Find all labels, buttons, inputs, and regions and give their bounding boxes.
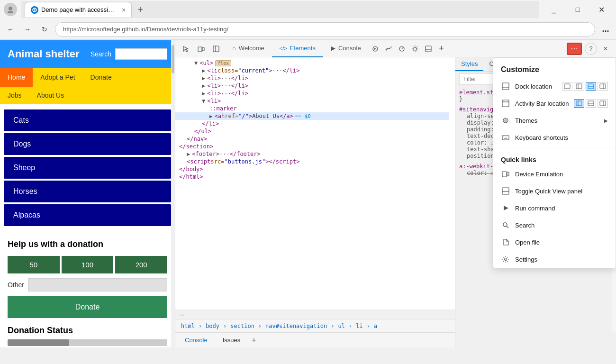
activity-right-btn[interactable]	[598, 99, 608, 108]
animal-item-alpacas[interactable]: Alpacas	[4, 204, 171, 226]
tree-line[interactable]: ▶ <footer>···</footer>	[175, 150, 449, 158]
tree-line[interactable]: ▶ <li>···</li>	[175, 74, 449, 82]
add-panel-btn[interactable]: +	[250, 336, 258, 345]
close-window-btn[interactable]: ✕	[590, 2, 612, 17]
devtools-close-btn[interactable]: ×	[599, 42, 612, 55]
minimize-btn[interactable]: ⎯	[543, 2, 565, 17]
device-emulation-item[interactable]: Device Emulation	[493, 165, 616, 182]
dock-left-btn[interactable]	[574, 82, 584, 91]
bc-ul[interactable]: ul	[336, 322, 346, 330]
settings-menu-item[interactable]: Settings	[493, 251, 616, 268]
tree-line[interactable]: </li>	[175, 120, 449, 127]
maximize-btn[interactable]: □	[567, 2, 589, 17]
other-amount-input[interactable]	[28, 278, 167, 291]
svg-marker-41	[504, 206, 508, 210]
tree-line[interactable]: </nav>	[175, 135, 449, 143]
tab-close-btn[interactable]: ×	[122, 6, 126, 14]
new-tab-btn[interactable]: +	[134, 4, 147, 15]
title-bar: Demo page with accessibility issu... × +…	[0, 0, 616, 19]
themes-item[interactable]: Themes ▶	[493, 112, 616, 129]
browser-tab[interactable]: Demo page with accessibility issu... ×	[25, 2, 132, 17]
tree-line[interactable]: </html>	[175, 173, 449, 181]
amount-100-btn[interactable]: 100	[62, 256, 114, 273]
search-input[interactable]	[115, 48, 167, 60]
tab-elements[interactable]: </> Elements	[272, 40, 323, 57]
svg-line-10	[402, 47, 403, 49]
url-input[interactable]: https://microsoftedge.github.io/Demos/de…	[55, 22, 595, 36]
dock-right-btn[interactable]	[598, 82, 608, 91]
activity-bottom-btn[interactable]	[586, 99, 596, 108]
devtools-more-btn[interactable]: ⋯	[567, 43, 582, 55]
refresh-btn[interactable]: ↻	[38, 23, 51, 36]
dock-btn[interactable]	[422, 42, 435, 55]
tree-line[interactable]: ▼ <ul> flex	[175, 59, 449, 67]
inspect-element-btn[interactable]	[179, 42, 192, 55]
bc-li[interactable]: li	[354, 322, 364, 330]
performance-icon-btn[interactable]	[395, 42, 408, 55]
bc-a[interactable]: a	[372, 322, 379, 330]
more-indicator[interactable]: ···	[175, 309, 455, 319]
animal-item-sheep[interactable]: Sheep	[4, 157, 171, 179]
search-menu-icon	[501, 220, 510, 230]
bc-nav[interactable]: nav#sitenavigation	[263, 322, 329, 330]
tree-line[interactable]: </body>	[175, 165, 449, 173]
svg-rect-5	[202, 47, 204, 51]
animal-item-dogs[interactable]: Dogs	[4, 133, 171, 155]
browser-more-btn[interactable]: ...	[599, 23, 612, 36]
toggle-quick-view-item[interactable]: Toggle Quick View panel	[493, 182, 616, 200]
dock-bottom-btn[interactable]	[586, 82, 596, 91]
svg-point-11	[414, 47, 417, 50]
run-command-item[interactable]: Run command	[493, 200, 616, 217]
open-file-item[interactable]: Open file	[493, 234, 616, 251]
tree-line[interactable]: <script src="buttons.js"></script>	[175, 158, 449, 165]
activity-left-btn[interactable]	[574, 99, 584, 108]
tree-line[interactable]: ::marker	[175, 105, 449, 112]
tree-line[interactable]: ▶ <li>···</li>	[175, 90, 449, 97]
settings-icon-btn[interactable]	[408, 42, 422, 55]
nav-about[interactable]: About Us	[29, 87, 72, 104]
dock-location-item[interactable]: Dock location	[493, 78, 616, 95]
sidebar-toggle-btn[interactable]	[209, 42, 223, 55]
sources-icon-btn[interactable]	[369, 42, 382, 55]
tree-line[interactable]: </section>	[175, 143, 449, 150]
tab-welcome[interactable]: ⌂ Welcome	[225, 40, 272, 57]
nav-donate[interactable]: Donate	[83, 68, 119, 87]
add-tab-btn[interactable]: +	[435, 42, 448, 55]
device-emulation-btn[interactable]	[194, 42, 208, 55]
styles-tab-styles[interactable]: Styles	[455, 57, 483, 71]
scrollbar-thumb[interactable]	[172, 45, 174, 73]
network-icon-btn[interactable]	[382, 42, 395, 55]
bc-section[interactable]: section	[228, 322, 256, 330]
keyboard-shortcuts-item[interactable]: Keyboard shortcuts	[493, 129, 616, 146]
donate-btn[interactable]: Donate	[8, 296, 167, 318]
amount-200-btn[interactable]: 200	[115, 256, 167, 273]
scrollbar-track[interactable]	[171, 40, 175, 347]
tree-line[interactable]: ▼ <li>	[175, 97, 449, 105]
back-btn[interactable]: ←	[4, 23, 17, 36]
animal-item-horses[interactable]: Horses	[4, 181, 171, 202]
user-avatar[interactable]	[4, 3, 17, 16]
bottom-tab-issues[interactable]: Issues	[217, 335, 246, 346]
bc-html[interactable]: html	[179, 322, 197, 330]
activity-bar-controls	[574, 99, 608, 108]
devtools-help-btn[interactable]: ?	[585, 43, 597, 55]
tree-line[interactable]: ▶ <li>···</li>	[175, 82, 449, 90]
tree-line[interactable]: </ul>	[175, 127, 449, 135]
bc-body[interactable]: body	[204, 322, 221, 330]
amount-50-btn[interactable]: 50	[8, 256, 60, 273]
dock-separate-btn[interactable]	[562, 82, 572, 91]
search-item[interactable]: Search	[493, 217, 616, 234]
bottom-tab-console[interactable]: Console	[179, 335, 213, 346]
nav-adopt[interactable]: Adopt a Pet	[33, 68, 82, 87]
tab-console[interactable]: ▶ Console	[323, 40, 369, 57]
forward-btn[interactable]: →	[21, 23, 34, 36]
browser-chrome: Demo page with accessibility issu... × +…	[0, 0, 616, 40]
run-icon	[501, 203, 510, 213]
devtools-tabs: ⌂ Welcome </> Elements ▶ Console	[225, 40, 565, 57]
animal-item-cats[interactable]: Cats	[4, 109, 171, 131]
tree-line[interactable]: ▶ <li class="current">···</li>	[175, 67, 449, 74]
tree-line-selected[interactable]: ▶ <a href="/">About Us</a> == $0	[175, 112, 449, 120]
activity-bar-item[interactable]: Activity Bar location	[493, 95, 616, 112]
nav-jobs[interactable]: Jobs	[0, 87, 29, 104]
nav-home[interactable]: Home	[0, 68, 33, 87]
